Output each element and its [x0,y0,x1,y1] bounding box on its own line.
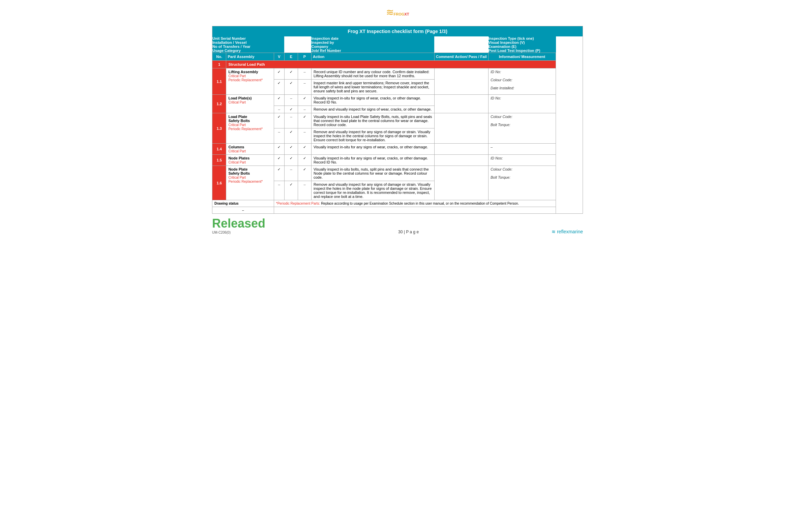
installation-label: Installation / Vessel [212,40,285,44]
col-e: E [284,53,298,61]
action-1-1b: Inspect master link and upper terminatio… [311,80,434,95]
row-num-1-6: 1.6 [212,166,226,200]
part-name-1-4: Columns [228,145,244,149]
info-1-3: Colour Code:Bolt Torque: [489,113,556,144]
p-1-2a: ✓ [298,95,311,106]
part-name-1-6: Node PlateSafety Bolts [228,167,250,175]
p-1-1b: – [298,80,311,95]
dash-row: – [212,207,583,214]
unit-serial-value[interactable] [284,36,311,40]
action-1-4: Visually inspect in-situ for any signs o… [311,144,434,155]
row-num-1-5: 1.5 [212,155,226,166]
v-1-3a: ✓ [274,113,284,129]
e-1-5: ✓ [284,155,298,166]
p-1-2b: – [298,106,311,113]
part-1-1: Lifting Assembly Critical Part Periodic … [226,69,274,95]
row-1-2-a: 1.2 Load Plate(s) Critical Part ✓ – ✓ Vi… [212,95,583,106]
action-1-2a: Visually inspect in-situ for signs of we… [311,95,434,106]
inspection-type-value[interactable] [556,36,583,40]
comment-1-3[interactable] [434,113,488,144]
action-1-3b: Remove and visually inspect for any sign… [311,129,434,144]
row-num-1-2: 1.2 [212,95,226,113]
col-comment: Comment/ Action/ Pass / Fail [434,53,488,61]
e-1-4: ✓ [284,144,298,155]
reflex-marine-text: reflexmarine [557,229,583,234]
critical-1-1: Critical Part [228,74,246,78]
p-1-1a: – [298,69,311,80]
row-1-1-a: 1.1 Lifting Assembly Critical Part Perio… [212,69,583,80]
part-name-1-5: Node Plates [228,156,249,160]
transfers-value[interactable] [284,44,311,49]
col-p: P [298,53,311,61]
col-part: Part/ Assembly [226,53,274,61]
v-1-1a: ✓ [274,69,284,80]
critical-1-6: Critical Part [228,176,246,179]
company-label: Company _ [311,44,434,49]
periodic-note-red: *Periodic Replacement Parts: [276,202,320,205]
visual-value[interactable] [556,40,583,44]
row-1-6-a: 1.6 Node PlateSafety Bolts Critical Part… [212,166,583,181]
v-1-6b: – [274,181,284,200]
dash-cell: – [212,207,274,214]
periodic-note-black: Replace according to usage per Examinati… [321,202,519,205]
post-load-label: Post Load Test Inspection (P) [489,49,556,53]
comment-1-6[interactable] [434,166,488,200]
action-1-5: Visually inspect in-situ for any signs o… [311,155,434,166]
reflex-marine-logo: ≋ reflexmarine [552,229,583,234]
drawing-status-row: Drawing status *Periodic Replacement Par… [212,200,583,207]
v-1-5: ✓ [274,155,284,166]
row-num-1-4: 1.4 [212,144,226,155]
job-ref-value[interactable] [434,49,488,53]
p-1-3a: ✓ [298,113,311,129]
info-1-4: – [489,144,556,155]
critical-1-3: Critical Part [228,123,246,127]
installation-value[interactable] [284,40,311,44]
usage-value[interactable] [284,49,311,53]
p-1-5: ✓ [298,155,311,166]
p-1-6b: – [298,181,311,200]
v-1-6a: ✓ [274,166,284,181]
company-value[interactable] [434,44,488,49]
v-1-1b: ✓ [274,80,284,95]
periodic-1-3: Periodic Replacement* [228,127,263,131]
periodic-1-6: Periodic Replacement* [228,180,263,184]
v-1-4: ✓ [274,144,284,155]
col-action: Action [311,53,434,61]
critical-1-4: Critical Part [228,149,246,153]
info-1-2: ID No: [489,95,556,113]
inspected-by-value[interactable] [434,40,488,44]
row-1-5: 1.5 Node Plates Critical Part ✓ ✓ ✓ Visu… [212,155,583,166]
e-1-6a: – [284,166,298,181]
critical-1-5: Critical Part [228,160,246,164]
part-name-1-2: Load Plate(s) [228,96,251,100]
logo-xt: XT [404,12,409,16]
info-1-1: ID No:Colour Code:Date Installed: [489,69,556,95]
header-row-1: Unit Serial Number Inspection date Inspe… [212,36,583,40]
inspection-date-label: Inspection date [311,36,434,40]
comment-1-5[interactable] [434,155,488,166]
header-row-3: No of Transfers / Year Company _ Examina… [212,44,583,49]
column-headers: No. Part/ Assembly V E P Action Comment/… [212,53,583,61]
periodic-note-cell: *Periodic Replacement Parts: Replace acc… [274,200,556,207]
examination-label: Examination (E) [489,44,556,49]
e-1-2a: – [284,95,298,106]
logo-wave-icon: ≋ [386,7,394,18]
part-1-4: Columns Critical Part [226,144,274,155]
header-row-2: Installation / Vessel Inspected by Visua… [212,40,583,44]
section-1-num: 1 [212,61,226,69]
comment-1-4[interactable] [434,144,488,155]
examination-value[interactable] [556,44,583,49]
v-1-2a: ✓ [274,95,284,106]
post-load-value[interactable] [556,49,583,53]
row-num-1-1: 1.1 [212,69,226,95]
e-1-3b: ✓ [284,129,298,144]
unit-serial-label: Unit Serial Number [212,36,285,40]
part-1-3: Load PlateSafety Bolts Critical Part Per… [226,113,274,144]
comment-1-2[interactable] [434,95,488,113]
action-1-3a: Visually inspect in-situ Load Plate Safe… [311,113,434,129]
inspection-date-value[interactable] [434,36,488,40]
part-1-2: Load Plate(s) Critical Part [226,95,274,113]
e-1-3a: – [284,113,298,129]
info-1-5: ID Nos: [489,155,556,166]
comment-1-1[interactable] [434,69,488,95]
